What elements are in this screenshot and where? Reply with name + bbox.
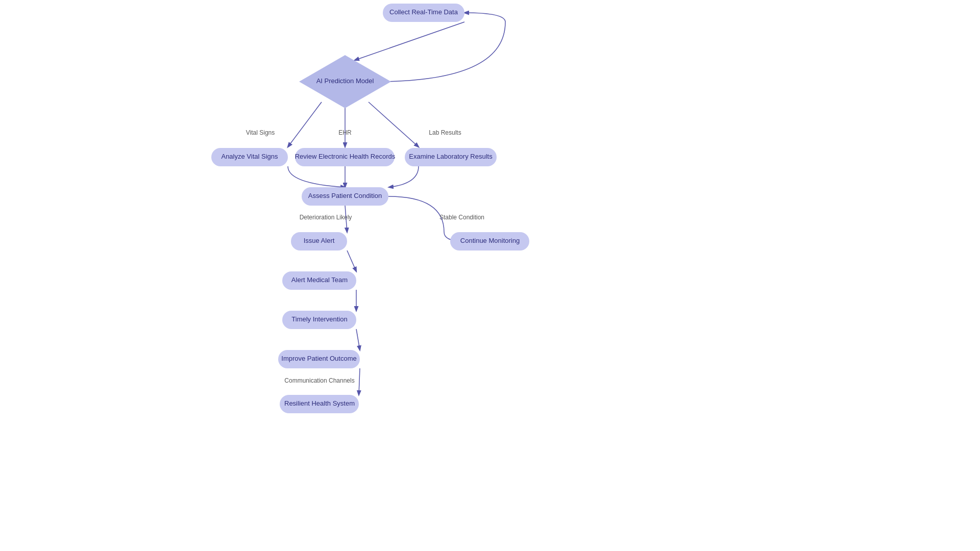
svg-line-1: [355, 22, 464, 60]
resilient-label: Resilient Health System: [284, 399, 355, 407]
deterioration-label: Deterioration Likely: [300, 214, 352, 221]
svg-line-10: [359, 368, 360, 395]
lab-edge-label: Lab Results: [429, 129, 461, 136]
collect-label: Collect Real-Time Data: [389, 8, 458, 16]
ai-label: AI Prediction Model: [316, 77, 374, 85]
svg-line-2: [288, 102, 322, 147]
lab-label: Examine Laboratory Results: [409, 153, 493, 160]
improve-label: Improve Patient Outcome: [281, 355, 356, 362]
vital-signs-edge-label: Vital Signs: [246, 129, 275, 136]
timely-label: Timely Intervention: [291, 315, 347, 323]
continue-monitoring-label: Continue Monitoring: [460, 237, 520, 244]
ehr-label: Review Electronic Health Records: [295, 153, 396, 160]
svg-line-7: [347, 251, 356, 271]
communication-label: Communication Channels: [284, 377, 354, 384]
stable-label: Stable Condition: [439, 214, 484, 221]
flowchart-container: Collect Real-Time Data AI Prediction Mod…: [0, 0, 980, 551]
svg-line-4: [369, 102, 419, 147]
vital-signs-label: Analyze Vital Signs: [221, 153, 278, 160]
alert-team-label: Alert Medical Team: [291, 276, 348, 284]
assess-label: Assess Patient Condition: [308, 192, 382, 199]
svg-line-9: [356, 329, 360, 350]
issue-alert-label: Issue Alert: [304, 237, 335, 244]
ehr-edge-label: EHR: [338, 129, 352, 136]
